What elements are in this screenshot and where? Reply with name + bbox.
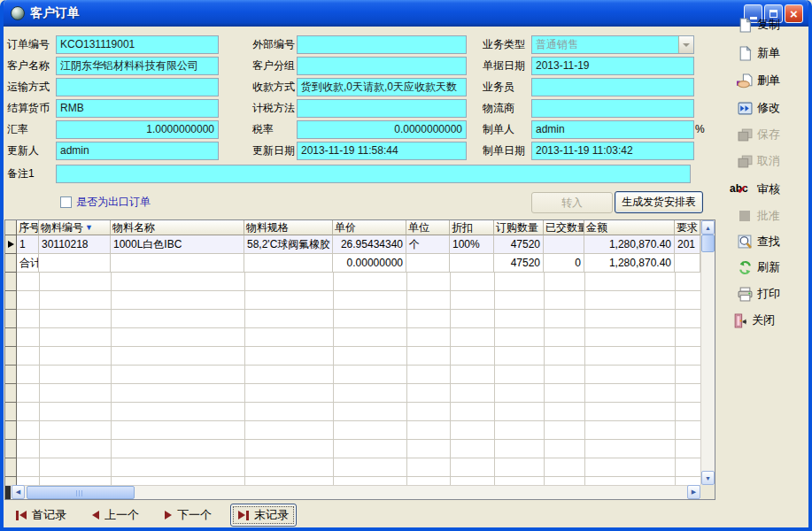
sum-amount: 1,280,870.40 <box>584 254 675 273</box>
col-header-material-name[interactable]: 物料名称 <box>111 220 244 235</box>
cell-delivered-qty <box>544 235 584 254</box>
field-label-business-type: 业务类型 <box>483 35 525 54</box>
scroll-right-button[interactable]: ▶ <box>687 485 700 499</box>
refresh-button[interactable]: 刷新 <box>737 258 780 276</box>
print-button[interactable]: 打印 <box>737 285 780 303</box>
save-icon <box>737 127 753 142</box>
new-doc-label: 新单 <box>757 45 780 61</box>
tax-rate-field[interactable]: 0.0000000000 <box>297 120 467 139</box>
col-header-seq[interactable]: 序号 <box>17 220 39 235</box>
delete-doc-button[interactable]: 删单 <box>737 72 780 89</box>
delete-doc-label: 删单 <box>757 73 780 88</box>
last-record-icon <box>238 511 249 520</box>
grid-bottom-right-corner <box>700 485 715 499</box>
audit-button[interactable]: abc✔ 审核 <box>730 181 780 198</box>
new-doc-icon <box>737 46 753 61</box>
cell-discount: 100% <box>450 235 494 254</box>
order-no-field[interactable]: KCO131119001 <box>56 35 219 54</box>
sum-cell <box>111 254 244 273</box>
close-form-button[interactable]: 关闭 <box>731 312 775 329</box>
previous-record-button[interactable]: 上一个 <box>85 504 146 526</box>
doc-creator-field[interactable]: admin <box>531 120 694 139</box>
field-label-exchange-rate: 汇率 <box>7 120 28 139</box>
approve-label: 批准 <box>757 208 780 224</box>
updater-field[interactable]: admin <box>56 142 219 160</box>
remark1-field[interactable] <box>56 165 691 183</box>
export-order-checkbox-row: 是否为出口订单 <box>60 195 151 210</box>
external-no-field[interactable] <box>297 35 467 54</box>
print-icon <box>737 287 753 302</box>
grid-vertical-scrollbar[interactable]: ▲ ▼ <box>700 220 715 485</box>
doc-date-field[interactable]: 2013-11-19 <box>531 57 694 75</box>
horizontal-scroll-thumb[interactable] <box>27 486 135 499</box>
customer-name-field[interactable]: 江阴东华铝材料科技有限公司 <box>56 57 219 75</box>
salesperson-field[interactable] <box>531 78 694 96</box>
business-type-dropdown[interactable]: 普通销售 <box>531 35 694 54</box>
sum-row-selector <box>5 254 17 273</box>
cancel-icon <box>737 154 753 169</box>
approve-button: 批准 <box>737 207 780 225</box>
tax-method-field[interactable] <box>297 99 467 118</box>
close-form-icon <box>731 313 747 328</box>
audit-label: 审核 <box>757 181 780 197</box>
table-row-selected[interactable]: 1 30110218 1000L白色IBC 58,2'C球阀氟橡胶 26.954… <box>5 235 700 254</box>
scroll-down-button[interactable]: ▼ <box>701 471 715 485</box>
cell-order-qty: 47520 <box>494 235 544 254</box>
sum-cell <box>244 254 333 273</box>
first-record-button[interactable]: 首记录 <box>9 504 73 526</box>
cancel-label: 取消 <box>757 153 780 169</box>
currency-field[interactable]: RMB <box>56 99 219 118</box>
vertical-scroll-thumb[interactable] <box>701 235 715 252</box>
new-doc-button[interactable]: 新单 <box>737 44 780 62</box>
col-header-material-spec[interactable]: 物料规格 <box>244 220 333 235</box>
col-header-required[interactable]: 要求 <box>675 220 700 235</box>
window-title: 客户订单 <box>30 5 80 21</box>
find-button[interactable]: 查找 <box>737 233 780 250</box>
titlebar: 客户订单 × <box>4 0 808 27</box>
logistics-field[interactable] <box>531 99 694 118</box>
scroll-left-button[interactable]: ◀ <box>12 485 25 499</box>
approve-icon <box>737 209 753 224</box>
col-header-amount[interactable]: 金额 <box>584 220 675 235</box>
sum-label: 合计 <box>17 254 39 273</box>
dropdown-button[interactable] <box>678 36 693 53</box>
col-header-delivered-qty[interactable]: 已交数量 <box>544 220 584 235</box>
last-record-button[interactable]: 末记录 <box>230 504 297 527</box>
col-header-unit[interactable]: 单位 <box>406 220 450 235</box>
scroll-up-button[interactable]: ▲ <box>701 220 715 235</box>
cell-seq: 1 <box>17 235 39 254</box>
find-label: 查找 <box>757 234 780 250</box>
table-sum-row: 合计 0.00000000 47520 0 1,280,870.40 <box>5 254 700 273</box>
cell-amount: 1,280,870.40 <box>584 235 675 254</box>
generate-shipping-plan-button[interactable]: 生成发货安排表 <box>615 191 703 213</box>
doc-create-date-field[interactable]: 2013-11-19 11:03:42 <box>531 142 694 160</box>
field-label-currency: 结算货币 <box>7 99 50 118</box>
col-header-discount[interactable]: 折扣 <box>450 220 494 235</box>
copy-button[interactable]: 复制 <box>737 16 780 34</box>
grid-corner-cell <box>5 220 17 235</box>
update-date-field[interactable]: 2013-11-19 11:58:44 <box>297 142 467 160</box>
field-label-transport: 运输方式 <box>7 78 50 96</box>
customer-group-field[interactable] <box>297 57 467 75</box>
col-header-order-qty[interactable]: 订购数量 <box>494 220 544 235</box>
modify-button[interactable]: 修改 <box>737 99 780 117</box>
next-record-button[interactable]: 下一个 <box>158 504 219 526</box>
export-order-checkbox[interactable] <box>60 196 72 208</box>
find-icon <box>737 235 753 250</box>
payment-method-field[interactable]: 货到收款,0天请款,0天应收款天数 <box>297 78 467 96</box>
field-label-tax-rate: 税率 <box>252 120 274 139</box>
col-header-material-code-label: 物料编号 <box>41 220 83 235</box>
exchange-rate-field[interactable]: 1.0000000000 <box>56 120 219 139</box>
field-label-update-date: 更新日期 <box>252 142 295 160</box>
sum-cell <box>406 254 450 273</box>
col-header-unit-price[interactable]: 单价 <box>333 220 406 235</box>
form-content: 订单编号 KCO131119001 客户名称 江阴东华铝材料科技有限公司 运输方… <box>4 27 808 527</box>
grid-horizontal-scrollbar[interactable]: ◀ ▶ <box>5 485 700 499</box>
transport-field[interactable] <box>56 78 219 96</box>
copy-label: 复制 <box>757 17 780 33</box>
record-navigation-bar: 首记录 上一个 下一个 末记录 <box>9 504 297 527</box>
col-header-material-code[interactable]: 物料编号▼ <box>39 220 111 235</box>
order-items-grid: 序号 物料编号▼ 物料名称 物料规格 单价 单位 折扣 订购数量 已交数量 金额… <box>4 219 715 500</box>
field-label-customer-name: 客户名称 <box>7 57 50 75</box>
next-record-icon <box>165 511 172 519</box>
